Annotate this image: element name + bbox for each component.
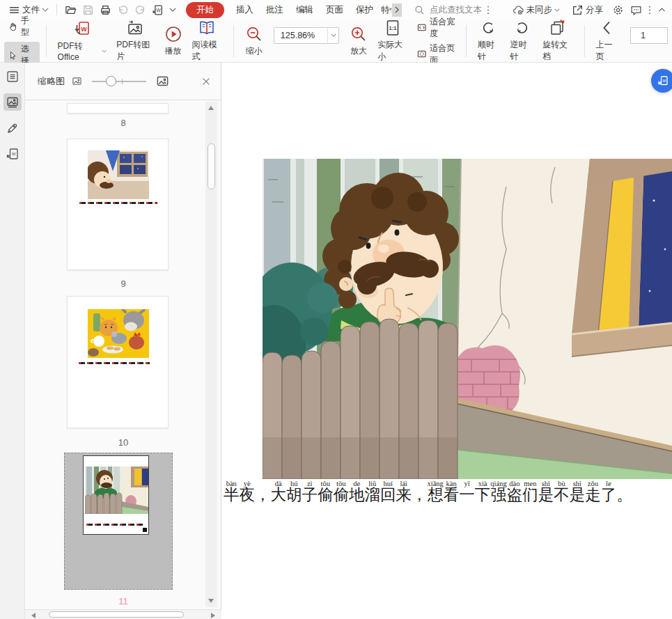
tab-edit[interactable]: 编辑 — [290, 2, 320, 18]
redo-button[interactable] — [132, 3, 149, 17]
scroll-left-arrow[interactable] — [31, 613, 36, 618]
folder-open-icon — [65, 4, 77, 16]
rotate-clockwise-icon — [480, 19, 498, 37]
thumbnail-panel-header: 缩略图 — [25, 63, 221, 100]
zoom-in-button[interactable]: 放大 — [345, 24, 373, 58]
thumbnail-page-10[interactable] — [67, 296, 169, 428]
rotate-counterclockwise-button[interactable]: 逆时针 — [506, 17, 538, 64]
pdf-to-word-floating-button[interactable]: W — [651, 69, 672, 93]
scroll-up-arrow[interactable] — [208, 106, 214, 110]
thumbnail-size-slider[interactable] — [92, 76, 146, 87]
tab-insert[interactable]: 插入 — [230, 2, 260, 18]
viewport-resize-handle[interactable] — [143, 528, 147, 532]
zoom-in-icon — [350, 25, 368, 43]
rotate-clockwise-label: 顺时针 — [478, 39, 501, 63]
page-10-artwork — [88, 309, 149, 358]
thumbnails-panel-button[interactable] — [3, 93, 22, 111]
page-11-viewport[interactable] — [83, 455, 149, 535]
large-thumbnail-icon — [156, 75, 169, 88]
zoom-out-button[interactable]: 缩小 — [240, 24, 268, 58]
collapse-ribbon-icon[interactable] — [657, 6, 666, 15]
chevron-left-icon — [598, 19, 616, 37]
fit-width-button[interactable]: 适合宽度 — [417, 16, 460, 40]
scroll-down-arrow[interactable] — [208, 599, 214, 603]
left-icon-rail: W — [0, 63, 25, 619]
actual-size-button[interactable]: 1:1 实际大小 — [373, 17, 412, 64]
cloud-unsynced-icon — [513, 4, 524, 16]
document-view[interactable]: W — [221, 63, 672, 619]
export-doc-button[interactable]: W — [3, 145, 22, 162]
zoom-level-combobox[interactable]: 125.86% — [274, 27, 339, 44]
share-button[interactable]: 分享 — [569, 3, 606, 17]
undo-button[interactable] — [114, 3, 132, 17]
thumbnail-page-9[interactable] — [67, 139, 169, 270]
small-thumbnail-icon — [72, 76, 82, 86]
tab-page[interactable]: 页面 — [320, 2, 350, 18]
outline-list-icon — [6, 70, 19, 84]
export-word-button[interactable]: W — [149, 3, 166, 17]
open-file-button[interactable] — [62, 3, 79, 17]
hand-tool-button[interactable]: 手型 — [4, 13, 40, 40]
pdf-to-image-label: PDF转图片 — [116, 39, 154, 63]
annotation-pen-button[interactable] — [3, 119, 22, 136]
actual-size-label: 实际大小 — [377, 39, 407, 63]
divider — [233, 25, 234, 57]
more-vertical-icon[interactable] — [487, 5, 490, 15]
slider-handle[interactable] — [106, 76, 116, 86]
chevron-down-icon — [42, 8, 49, 12]
tab-overflow-button[interactable] — [392, 3, 402, 17]
svg-text:W: W — [81, 25, 87, 32]
thumbnail-page-8[interactable] — [67, 103, 169, 113]
bookmarks-panel-button[interactable] — [3, 68, 22, 85]
page-11-label: 11 — [25, 596, 221, 606]
storybook-illustration — [263, 159, 672, 479]
page-9-artwork — [88, 150, 149, 199]
thumbnail-page-11-selected[interactable] — [64, 453, 173, 590]
thumbnail-vertical-scrollbar[interactable] — [205, 102, 217, 607]
svg-text:W: W — [662, 79, 666, 83]
scroll-right-arrow[interactable] — [211, 613, 215, 618]
fit-width-label: 适合宽度 — [430, 16, 460, 40]
read-mode-button[interactable]: 阅读模式 — [187, 17, 227, 64]
more-options-icon[interactable] — [648, 5, 651, 15]
close-panel-icon[interactable] — [201, 77, 211, 86]
pdf-to-office-icon: W — [73, 20, 91, 38]
ribbon-toolbar: 手型 选择 W PDF转Office PDF转图片 播放 阅读模式 缩小 125… — [0, 19, 672, 63]
rotate-clockwise-button[interactable]: 顺时针 — [473, 17, 506, 64]
page-10-label: 10 — [25, 437, 221, 448]
toolbar-more-button[interactable] — [166, 6, 179, 13]
play-label: 播放 — [165, 45, 182, 57]
settings-gear-icon[interactable] — [612, 4, 624, 16]
zoom-combo-arrow[interactable] — [327, 28, 338, 43]
divider — [56, 4, 57, 15]
tab-annotate[interactable]: 批注 — [260, 2, 290, 18]
tab-features[interactable]: 特色 — [380, 2, 391, 18]
search-box[interactable]: 点此查找文本 — [414, 4, 490, 16]
tab-protect[interactable]: 保护 — [350, 2, 380, 18]
zoom-out-label: 缩小 — [246, 45, 263, 57]
play-button[interactable]: 播放 — [159, 24, 187, 58]
page-number-input[interactable]: 1 — [630, 27, 668, 44]
thumbnail-horizontal-scrollbar[interactable] — [25, 609, 221, 619]
tab-home[interactable]: 开始 — [186, 2, 224, 18]
sync-status-button[interactable]: 未同步 — [510, 3, 563, 17]
rotate-document-label: 旋转文档 — [542, 39, 572, 63]
chevron-down-icon — [102, 49, 107, 53]
doc-convert-icon: W — [657, 75, 669, 87]
read-mode-label: 阅读模式 — [192, 39, 222, 63]
panel-title: 缩略图 — [38, 75, 65, 88]
redo-icon — [134, 4, 146, 16]
search-icon — [414, 5, 425, 15]
print-button[interactable] — [97, 3, 114, 17]
divider — [466, 25, 467, 57]
feedback-comment-icon[interactable] — [630, 4, 642, 16]
previous-page-button[interactable]: 上一页 — [591, 17, 623, 64]
printer-icon — [100, 4, 111, 16]
pdf-to-office-button[interactable]: W PDF转Office — [53, 19, 112, 63]
vertical-scroll-thumb[interactable] — [208, 143, 215, 189]
undo-icon — [117, 4, 129, 16]
horizontal-scroll-thumb[interactable] — [49, 611, 184, 618]
pdf-to-image-button[interactable]: PDF转图片 — [111, 17, 159, 64]
rotate-document-button[interactable]: 旋转文档 — [538, 17, 577, 64]
save-button[interactable] — [79, 3, 97, 17]
